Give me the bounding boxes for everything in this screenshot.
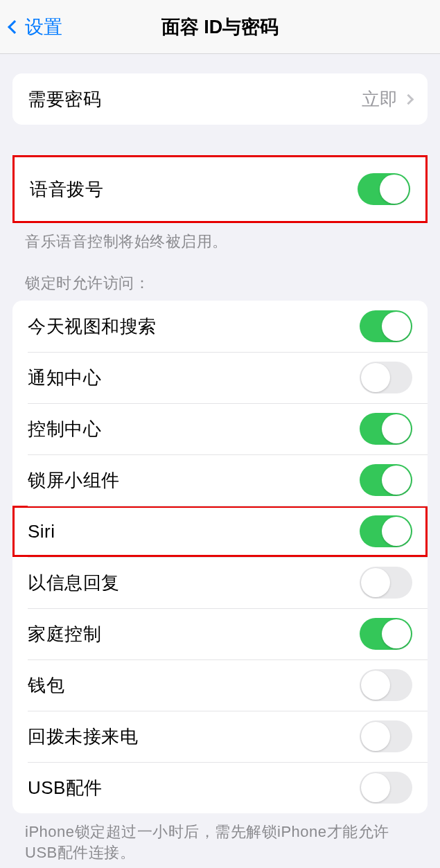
locked-access-row: Siri xyxy=(12,506,428,557)
locked-access-toggle[interactable] xyxy=(360,772,412,804)
voice-dial-group: 语音拨号 xyxy=(12,155,428,223)
back-label: 设置 xyxy=(25,15,62,39)
locked-access-toggle[interactable] xyxy=(360,310,412,342)
passcode-group: 需要密码 立即 xyxy=(12,73,428,125)
back-button[interactable]: 设置 xyxy=(10,15,62,39)
locked-access-label: 控制中心 xyxy=(28,417,101,441)
navbar: 设置 面容 ID与密码 xyxy=(0,0,440,54)
voice-dial-label: 语音拨号 xyxy=(30,177,103,202)
locked-access-label: USB配件 xyxy=(28,776,103,800)
locked-access-row: 钱包 xyxy=(12,659,428,711)
locked-access-label: 今天视图和搜索 xyxy=(28,315,157,339)
locked-access-row: 今天视图和搜索 xyxy=(12,301,428,352)
require-passcode-row[interactable]: 需要密码 立即 xyxy=(12,73,428,125)
locked-access-row: 通知中心 xyxy=(12,352,428,403)
cell-right: 立即 xyxy=(362,87,412,112)
require-passcode-label: 需要密码 xyxy=(28,87,101,112)
locked-access-toggle[interactable] xyxy=(360,362,412,393)
locked-access-group: 今天视图和搜索通知中心控制中心锁屏小组件Siri以信息回复家庭控制钱包回拨未接来… xyxy=(12,301,428,813)
locked-access-toggle[interactable] xyxy=(360,669,412,701)
locked-access-toggle[interactable] xyxy=(360,464,412,496)
content: 需要密码 立即 语音拨号 音乐语音控制将始终被启用。 锁定时允许访问： 今天视图… xyxy=(0,73,440,863)
locked-access-label: 以信息回复 xyxy=(28,571,120,595)
locked-access-label: 锁屏小组件 xyxy=(28,468,120,493)
locked-access-label: 家庭控制 xyxy=(28,622,101,646)
chevron-left-icon xyxy=(8,20,21,34)
voice-dial-row: 语音拨号 xyxy=(15,157,425,221)
locked-access-label: 通知中心 xyxy=(28,366,101,390)
locked-access-header: 锁定时允许访问： xyxy=(25,273,415,294)
voice-dial-footnote: 音乐语音控制将始终被启用。 xyxy=(25,231,415,252)
locked-access-label: 回拨未接来电 xyxy=(28,725,138,749)
locked-access-row: USB配件 xyxy=(12,762,428,813)
voice-dial-toggle[interactable] xyxy=(358,173,410,205)
locked-access-toggle[interactable] xyxy=(360,515,412,547)
locked-access-row: 家庭控制 xyxy=(12,608,428,659)
locked-access-footnote: iPhone锁定超过一小时后，需先解锁iPhone才能允许USB配件连接。 xyxy=(25,822,415,863)
locked-access-toggle[interactable] xyxy=(360,720,412,752)
locked-access-row: 控制中心 xyxy=(12,403,428,454)
locked-access-row: 回拨未接来电 xyxy=(12,711,428,762)
locked-access-label: 钱包 xyxy=(28,673,64,698)
require-passcode-value: 立即 xyxy=(362,87,398,112)
locked-access-row: 锁屏小组件 xyxy=(12,454,428,506)
locked-access-row: 以信息回复 xyxy=(12,557,428,608)
locked-access-label: Siri xyxy=(28,521,55,542)
locked-access-toggle[interactable] xyxy=(360,618,412,650)
chevron-right-icon xyxy=(403,94,414,105)
page-title: 面容 ID与密码 xyxy=(0,15,440,39)
locked-access-toggle[interactable] xyxy=(360,567,412,599)
locked-access-toggle[interactable] xyxy=(360,413,412,445)
